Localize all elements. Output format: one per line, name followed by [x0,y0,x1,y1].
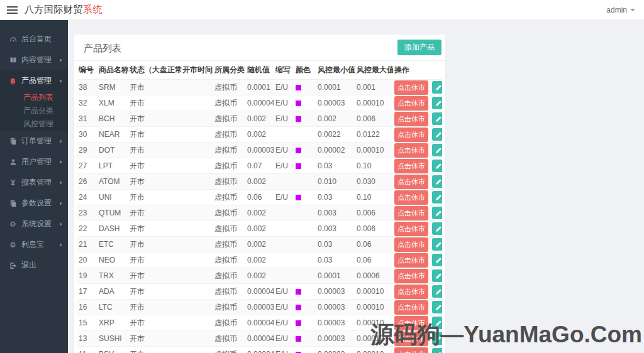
edit-button[interactable] [432,301,442,313]
hamburger-menu-icon[interactable] [7,4,18,16]
pencil-icon [435,335,442,342]
column-header: 风控最小值 [316,61,355,80]
edit-button[interactable] [432,332,442,345]
close-market-button[interactable]: 点击休市 [394,300,428,315]
cell-abbr: E/U [274,80,294,95]
cell-category: 虚拟币 [213,268,246,284]
cell-name: LPT [97,158,128,174]
sidebar-subitem[interactable]: 产品分类 [0,104,68,117]
cell-id: 27 [77,158,97,174]
close-market-button[interactable]: 点击休市 [394,96,428,111]
edit-button[interactable] [432,285,442,298]
edit-button[interactable] [432,128,442,141]
edit-button[interactable] [432,81,442,94]
edit-button[interactable] [432,238,442,251]
cell-name: NEAR [97,127,128,143]
cell-min: 0.03 [316,190,355,205]
add-product-button[interactable]: 添加产品 [397,40,441,55]
cell-color [294,268,316,284]
product-list-panel: 产品列表 添加产品 编号商品名称状态（大盘正常开市时间内）所属分类随机值缩写颜色… [74,35,445,353]
pencil-icon [435,320,442,327]
cell-min: 0.03 [316,237,355,253]
sidebar-item[interactable]: 用户管理 [0,151,68,172]
cell-category: 虚拟币 [213,237,246,253]
cell-max: 0.00010 [355,331,393,347]
cell-actions: 点击休市 [393,95,442,111]
edit-button[interactable] [432,207,442,219]
close-market-button[interactable]: 点击休市 [394,128,428,142]
cell-actions: 点击休市 [393,284,442,300]
sidebar-subitem[interactable]: 产品列表 [0,91,68,104]
close-market-button[interactable]: 点击休市 [394,332,428,346]
sidebar-item[interactable]: 订单管理 [0,131,68,151]
close-market-button[interactable]: 点击休市 [394,143,428,158]
cell-abbr [274,205,294,221]
copy-icon [8,200,18,207]
cell-id: 11 [77,347,97,353]
edit-button[interactable] [432,175,442,188]
close-market-button[interactable]: 点击休市 [394,237,428,252]
sidebar-item[interactable]: ¥ 报表管理 [0,172,68,193]
cell-status: 开市 [128,347,213,353]
cell-actions: 点击休市 [393,347,442,353]
cell-random: 0.002 [246,205,274,221]
edit-button[interactable] [432,317,442,329]
table-row: 32 XLM 开市 虚拟币 0.00004 E/U 0.00003 0.0001… [77,95,442,111]
edit-button[interactable] [432,269,442,282]
sidebar-item[interactable]: ⚙ 系统设置 [0,214,68,234]
table-row: 19 TRX 开市 虚拟币 0.002 0.0001 0.0006 点击休市 [77,268,442,284]
sidebar-item[interactable]: 后台首页 [0,29,68,50]
cell-min: 0.03 [316,253,355,268]
close-market-button[interactable]: 点击休市 [394,206,428,220]
signout-icon [8,262,18,269]
cell-id: 38 [77,80,97,95]
cell-id: 19 [77,268,97,284]
edit-button[interactable] [432,254,442,266]
edit-button[interactable] [432,222,442,235]
close-market-button[interactable]: 点击休市 [394,175,428,189]
sidebar-item[interactable]: 内容管理 [0,50,68,70]
sidebar-item[interactable]: ฿ 产品管理 [0,70,68,91]
cell-name: ETC [97,237,128,253]
table-row: 30 NEAR 开市 虚拟币 0.002 0.0022 0.0122 点击休市 [77,127,442,143]
column-header: 所属分类 [213,61,246,80]
app-title-accent: 系统 [83,4,103,14]
edit-button[interactable] [432,112,442,125]
cell-category: 虚拟币 [213,190,246,205]
close-market-button[interactable]: 点击休市 [394,347,428,353]
sidebar-item[interactable]: 参数设置 [0,193,68,214]
cell-min: 0.00003 [316,315,355,331]
pencil-icon [435,100,442,107]
close-market-button[interactable]: 点击休市 [394,112,428,126]
cell-max: 0.001 [355,80,393,95]
close-market-button[interactable]: 点击休市 [394,269,428,283]
edit-button[interactable] [432,144,442,156]
sidebar-subitem[interactable]: 风控管理 [0,117,68,131]
close-market-button[interactable]: 点击休市 [394,222,428,236]
cell-actions: 点击休市 [393,221,442,237]
cell-name: DASH [97,221,128,237]
sidebar-item-label: 系统设置 [21,219,52,229]
close-market-button[interactable]: 点击休市 [394,159,428,173]
cell-max: 0.00010 [355,347,393,353]
close-market-button[interactable]: 点击休市 [394,253,428,268]
close-market-button[interactable]: 点击休市 [394,190,428,205]
edit-button[interactable] [432,348,442,353]
edit-button[interactable] [432,97,442,109]
edit-button[interactable] [432,160,442,172]
close-market-button[interactable]: 点击休市 [394,80,428,95]
cell-id: 31 [77,111,97,127]
user-menu[interactable]: admin [606,6,635,14]
cell-random: 0.002 [246,221,274,237]
pencil-icon [435,257,442,264]
cell-name: UNI [97,190,128,205]
cell-category: 虚拟币 [213,253,246,268]
chevron-right-icon [60,160,62,164]
close-market-button[interactable]: 点击休市 [394,316,428,330]
sidebar-item[interactable]: ⚙ 利息宝 [0,234,68,255]
cell-status: 开市 [128,237,213,253]
close-market-button[interactable]: 点击休市 [394,285,428,299]
sidebar-item[interactable]: 退出 [0,255,68,276]
edit-button[interactable] [432,191,442,204]
table-row: 26 ATOM 开市 虚拟币 0.002 0.010 0.030 点击休市 [77,174,442,190]
